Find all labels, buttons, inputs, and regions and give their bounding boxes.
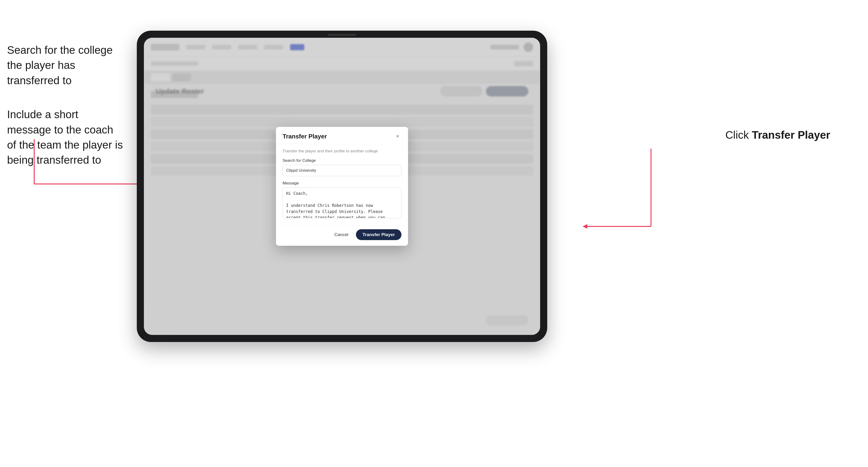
dialog-close-button[interactable]: × <box>394 132 401 140</box>
search-college-label: Search for College <box>283 158 401 163</box>
transfer-player-dialog: Transfer Player × Transfer the player an… <box>276 127 408 246</box>
dialog-title: Transfer Player <box>283 133 327 140</box>
transfer-player-button[interactable]: Transfer Player <box>356 229 401 240</box>
ipad-screen: Update Roster Transfer Player × Transfer… <box>144 38 540 335</box>
dialog-header: Transfer Player × <box>276 127 408 144</box>
annotation-click-text: Click Transfer Player <box>725 129 830 141</box>
svg-marker-5 <box>583 224 587 229</box>
annotation-search-text: Search for the college the player has tr… <box>7 42 125 88</box>
dialog-body: Transfer the player and their profile to… <box>276 144 408 225</box>
dialog-footer: Cancel Transfer Player <box>276 225 408 246</box>
ipad-frame: Update Roster Transfer Player × Transfer… <box>137 31 547 342</box>
annotation-message-text: Include a short message to the coach of … <box>7 107 125 168</box>
dialog-subtitle: Transfer the player and their profile to… <box>283 149 401 154</box>
search-college-input[interactable] <box>283 165 401 176</box>
annotation-right: Click Transfer Player <box>725 127 830 143</box>
message-textarea[interactable] <box>283 187 401 218</box>
cancel-button[interactable]: Cancel <box>331 230 352 240</box>
annotation-left-top: Search for the college the player has tr… <box>7 42 125 168</box>
message-label: Message <box>283 181 401 186</box>
modal-overlay: Transfer Player × Transfer the player an… <box>144 38 540 335</box>
